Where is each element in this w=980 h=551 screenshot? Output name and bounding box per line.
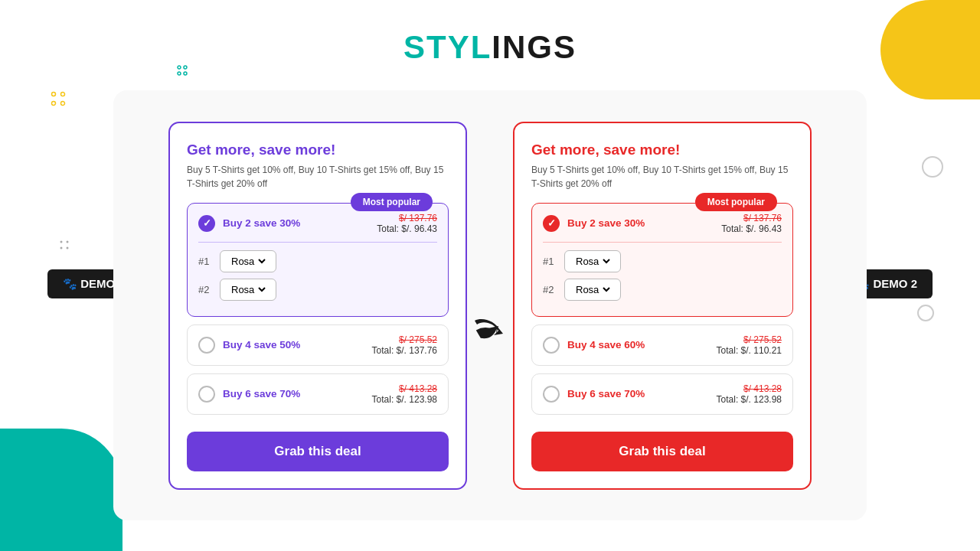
svg-point-7 (61, 102, 65, 106)
option-right-3-total: Total: $/. 123.98 (717, 394, 782, 405)
deco-circle-right1 (922, 156, 943, 178)
option-left-1-label: Buy 2 save 30% (223, 217, 300, 229)
dropdown-left-1-select1[interactable]: Rosa Blue Black (220, 250, 276, 272)
option-left-1[interactable]: Most popular ✓ Buy 2 save 30% $/ 137.76 … (187, 203, 449, 317)
dropdown-left-1-row2: #2 Rosa Blue Black (198, 279, 437, 301)
option-right-1-total: Total: $/. 96.43 (721, 223, 782, 234)
option-left-3-label: Buy 6 save 70% (223, 388, 300, 399)
radio-check-left-1: ✓ (198, 215, 215, 232)
dropdown-left-1-row1: #1 Rosa Blue Black (198, 250, 437, 272)
deco-dots-yellow (50, 90, 67, 107)
dropdown-right-1-select2-input[interactable]: Rosa Blue Black (573, 283, 612, 296)
grab-btn-right[interactable]: Grab this deal (531, 432, 793, 471)
radio-right-3 (543, 386, 560, 403)
radio-check-right-1: ✓ (543, 215, 560, 232)
option-left-1-original: $/ 137.76 (377, 213, 437, 223)
dropdown-left-1-select1-input[interactable]: Rosa Blue Black (228, 255, 268, 268)
deco-dots-small-left (58, 239, 70, 251)
option-right-2-original: $/ 275.52 (717, 334, 782, 345)
arrow-icon (471, 309, 509, 347)
arrow-container (467, 309, 513, 347)
dropdown-right-1-select2[interactable]: Rosa Blue Black (564, 279, 621, 301)
logo: STYLINGS (403, 29, 577, 66)
svg-point-11 (67, 247, 69, 249)
card-left: Get more, save more! Buy 5 T-Shirts get … (168, 122, 467, 490)
svg-point-9 (67, 241, 69, 243)
svg-point-3 (184, 72, 187, 75)
card-left-title: Get more, save more! (187, 142, 449, 158)
dropdown-left-1-select2-input[interactable]: Rosa Blue Black (228, 283, 268, 296)
svg-point-1 (184, 66, 187, 69)
radio-left-2 (198, 337, 215, 354)
dropdown-right-1-select1[interactable]: Rosa Blue Black (564, 250, 621, 272)
option-left-3[interactable]: Buy 6 save 70% $/ 413.28 Total: $/. 123.… (187, 373, 449, 415)
option-left-2[interactable]: Buy 4 save 50% $/ 275.52 Total: $/. 137.… (187, 324, 449, 366)
option-right-3[interactable]: Buy 6 save 70% $/ 413.28 Total: $/. 123.… (531, 373, 793, 415)
dropdown-left-1-num1: #1 (198, 256, 214, 267)
dropdown-right-1-num1: #1 (543, 256, 558, 267)
option-right-3-label: Buy 6 save 70% (567, 388, 645, 399)
deco-circle-right2 (917, 305, 934, 321)
svg-point-8 (60, 241, 63, 243)
option-left-2-original: $/ 275.52 (372, 334, 437, 345)
option-right-1-label: Buy 2 save 30% (567, 217, 645, 229)
logo-ings: INGS (492, 29, 577, 65)
deco-yellow-arc (880, 0, 980, 99)
dropdown-left-1-num2: #2 (198, 284, 214, 295)
option-right-1[interactable]: Most popular ✓ Buy 2 save 30% $/ 137.76 … (531, 203, 793, 317)
svg-point-4 (52, 93, 56, 96)
card-right-title: Get more, save more! (531, 142, 793, 158)
grab-btn-left[interactable]: Grab this deal (187, 432, 449, 471)
logo-styl: STYL (403, 29, 492, 65)
dropdown-right-1-row1: #1 Rosa Blue Black (543, 250, 782, 272)
dropdown-left-1-select2[interactable]: Rosa Blue Black (220, 279, 276, 301)
svg-point-0 (178, 66, 181, 69)
most-popular-badge-right: Most popular (695, 193, 777, 211)
deco-teal-circle (0, 429, 122, 551)
card-right: Get more, save more! Buy 5 T-Shirts get … (513, 122, 812, 490)
option-right-2-label: Buy 4 save 60% (567, 339, 645, 350)
card-left-subtitle: Buy 5 T-Shirts get 10% off, Buy 10 T-Shi… (187, 163, 449, 191)
option-left-2-total: Total: $/. 137.76 (372, 345, 437, 356)
deco-dots-teal (176, 64, 188, 77)
main-container: Get more, save more! Buy 5 T-Shirts get … (113, 90, 867, 520)
most-popular-badge-left: Most popular (351, 193, 433, 211)
card-right-subtitle: Buy 5 T-Shirts get 10% off, Buy 10 T-Shi… (531, 163, 793, 191)
option-right-3-original: $/ 413.28 (717, 383, 782, 394)
svg-point-5 (61, 93, 65, 96)
radio-left-3 (198, 386, 215, 403)
dropdown-right-1-row2: #2 Rosa Blue Black (543, 279, 782, 301)
svg-point-2 (178, 72, 181, 75)
option-left-3-total: Total: $/. 123.98 (372, 394, 437, 405)
svg-point-10 (60, 247, 63, 249)
option-left-3-original: $/ 413.28 (372, 383, 437, 394)
svg-point-6 (52, 102, 56, 106)
option-left-2-label: Buy 4 save 50% (223, 339, 300, 350)
option-right-1-original: $/ 137.76 (721, 213, 782, 223)
option-left-1-total: Total: $/. 96.43 (377, 223, 437, 234)
dropdown-right-1-num2: #2 (543, 284, 558, 295)
dropdown-right-1-select1-input[interactable]: Rosa Blue Black (573, 255, 612, 268)
option-right-2-total: Total: $/. 110.21 (717, 345, 782, 356)
option-right-2[interactable]: Buy 4 save 60% $/ 275.52 Total: $/. 110.… (531, 324, 793, 366)
radio-right-2 (543, 337, 560, 354)
